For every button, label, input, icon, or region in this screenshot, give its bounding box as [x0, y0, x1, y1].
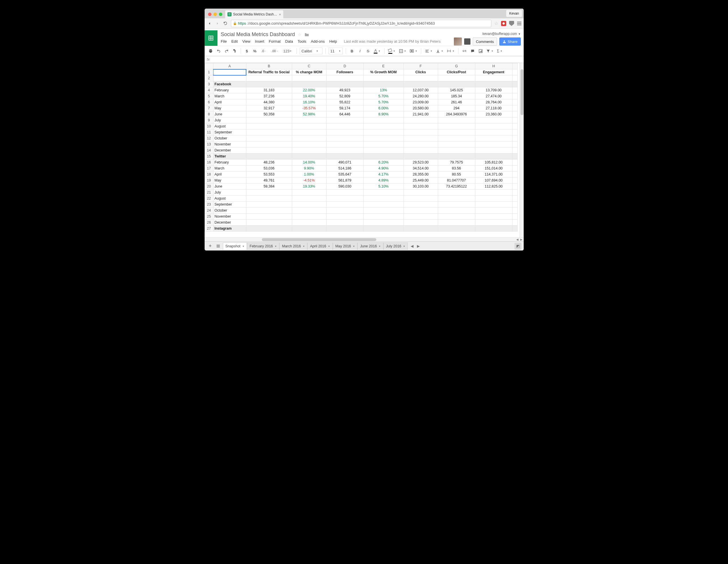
row-header[interactable]: 15 [205, 153, 213, 159]
cell[interactable] [246, 129, 292, 135]
cell[interactable] [363, 81, 403, 87]
cell[interactable]: May [213, 177, 246, 183]
cell[interactable] [292, 201, 326, 207]
cell[interactable] [326, 219, 363, 225]
cell[interactable]: 264.3493976 [438, 111, 475, 117]
print-icon[interactable] [207, 47, 214, 54]
cell[interactable]: 80.55 [438, 171, 475, 177]
cell[interactable] [246, 201, 292, 207]
cell[interactable]: 535,647 [326, 171, 363, 177]
cell[interactable]: 23,360.00 [475, 111, 512, 117]
cell[interactable] [326, 117, 363, 123]
row-header[interactable]: 27 [205, 225, 213, 231]
account-email[interactable]: kevan@bufferapp.com▼ [454, 32, 521, 36]
cell[interactable]: October [213, 135, 246, 141]
back-button[interactable] [207, 21, 212, 26]
more-formats-button[interactable]: 123 ▼ [282, 47, 294, 54]
cell[interactable]: 590,030 [326, 183, 363, 189]
cell[interactable]: 27,474.00 [475, 93, 512, 99]
cell[interactable]: April [213, 99, 246, 105]
cell[interactable]: September [213, 201, 246, 207]
cell[interactable] [292, 147, 326, 153]
cell[interactable] [438, 195, 475, 201]
cell[interactable] [403, 147, 438, 153]
cell[interactable] [292, 141, 326, 147]
cell[interactable] [363, 225, 403, 231]
cell[interactable] [438, 201, 475, 207]
cell[interactable]: -4.51% [292, 177, 326, 183]
cell[interactable] [326, 189, 363, 195]
row-header[interactable]: 4 [205, 87, 213, 93]
cell[interactable] [292, 75, 326, 81]
cell[interactable] [246, 75, 292, 81]
cell[interactable] [475, 75, 512, 81]
address-input[interactable]: 🔒 https://docs.google.com/spreadsheets/d… [231, 20, 491, 27]
cell[interactable]: June [213, 183, 246, 189]
cell[interactable]: 151,014.00 [475, 165, 512, 171]
cell[interactable] [326, 195, 363, 201]
row-header[interactable]: 8 [205, 111, 213, 117]
cell[interactable] [475, 219, 512, 225]
cell[interactable] [438, 117, 475, 123]
cell[interactable] [475, 201, 512, 207]
cell[interactable] [292, 129, 326, 135]
cell[interactable] [403, 123, 438, 129]
cell[interactable] [475, 141, 512, 147]
row-header[interactable]: 13 [205, 141, 213, 147]
cell[interactable]: -35.57% [292, 105, 326, 111]
cell[interactable] [475, 123, 512, 129]
cell[interactable]: 21,941.00 [403, 111, 438, 117]
cell[interactable]: 59,384 [246, 183, 292, 189]
reload-button[interactable] [223, 21, 228, 26]
sheet-tab[interactable]: April 2016▼ [307, 242, 333, 250]
row-header[interactable]: 10 [205, 123, 213, 129]
column-header[interactable]: F [403, 63, 438, 69]
row-header[interactable]: 12 [205, 135, 213, 141]
cell[interactable] [475, 135, 512, 141]
cell[interactable] [403, 117, 438, 123]
cell[interactable] [475, 189, 512, 195]
menu-tools[interactable]: Tools [298, 39, 306, 43]
sheet-tab[interactable]: Snapshot▼ [223, 242, 247, 250]
cell[interactable]: 28,355.00 [403, 171, 438, 177]
cell[interactable]: 22.00% [292, 87, 326, 93]
cell[interactable] [213, 69, 246, 75]
row-header[interactable]: 2 [205, 75, 213, 81]
cell[interactable]: 490,071 [326, 159, 363, 165]
sheets-logo-icon[interactable] [205, 30, 217, 46]
cell[interactable]: Clicks/Post [438, 69, 475, 75]
cell[interactable] [246, 219, 292, 225]
cell[interactable]: 261.46 [438, 99, 475, 105]
row-header[interactable]: 3 [205, 81, 213, 87]
cell[interactable] [246, 213, 292, 219]
cell[interactable] [438, 153, 475, 159]
section-cell[interactable]: Twitter [213, 153, 246, 159]
cell[interactable] [475, 153, 512, 159]
close-tab-icon[interactable]: × [279, 12, 281, 17]
cell[interactable]: 24,280.00 [403, 93, 438, 99]
insert-link-icon[interactable] [461, 47, 468, 54]
cell[interactable] [363, 117, 403, 123]
cell[interactable] [363, 207, 403, 213]
cell[interactable] [438, 213, 475, 219]
cell[interactable]: 31,183 [246, 87, 292, 93]
all-sheets-button[interactable] [215, 243, 222, 250]
chrome-profile-button[interactable]: Kevan [506, 10, 522, 17]
cell[interactable]: % change MOM [292, 69, 326, 75]
maximize-window-icon[interactable] [219, 13, 222, 16]
cell[interactable]: 4.90% [363, 165, 403, 171]
cell[interactable]: 49,761 [246, 177, 292, 183]
cell[interactable]: February [213, 159, 246, 165]
format-percent-button[interactable]: % [252, 47, 258, 54]
cell[interactable]: 44,380 [246, 99, 292, 105]
cell[interactable]: 49,923 [326, 87, 363, 93]
row-header[interactable]: 6 [205, 99, 213, 105]
cell[interactable] [363, 141, 403, 147]
cell[interactable]: 12,037.00 [403, 87, 438, 93]
cell[interactable]: 5.70% [363, 93, 403, 99]
cell[interactable]: 23,009.00 [403, 99, 438, 105]
cell[interactable]: October [213, 207, 246, 213]
cell[interactable] [363, 213, 403, 219]
cell[interactable]: 107,694.00 [475, 177, 512, 183]
cell[interactable] [438, 141, 475, 147]
